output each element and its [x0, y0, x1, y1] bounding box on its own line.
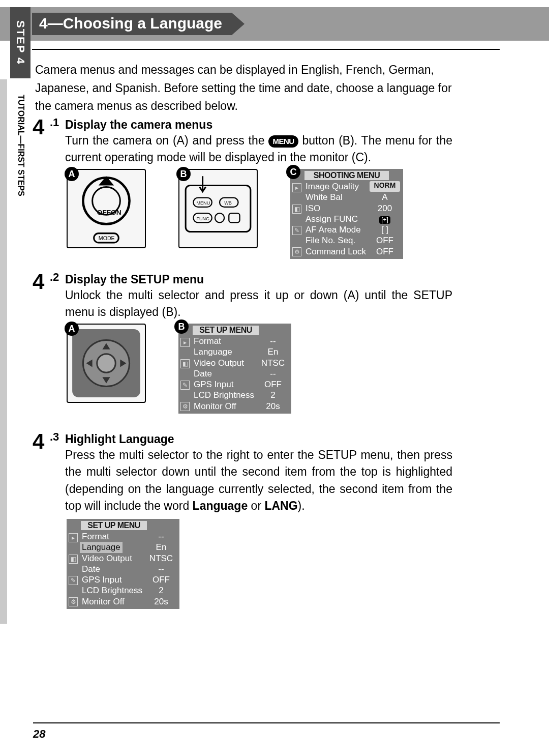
lcd-row-value: OFF	[370, 246, 400, 257]
svg-text:MENU: MENU	[196, 200, 210, 206]
step43-bold-2: LANG	[264, 499, 297, 512]
lcd-setup-title: SET UP MENU	[193, 326, 259, 335]
figure-letter-c: C	[286, 165, 300, 179]
step-subnumber-42: .2	[50, 271, 59, 284]
svg-rect-6	[186, 185, 251, 231]
svg-point-13	[215, 213, 224, 222]
lcd-row-label: Command Lock	[293, 246, 366, 257]
multi-selector-icon	[68, 325, 145, 402]
step43-text-b: or	[248, 499, 264, 512]
lcd-row-value: [ ]	[370, 224, 400, 235]
step41-text-a: Turn the camera on (A) and press the	[65, 134, 268, 147]
lcd-row-label: File No. Seq.	[293, 235, 355, 246]
side-label: TUTORIAL—FIRST STEPS	[16, 95, 25, 196]
figure-42-a: A	[67, 324, 146, 403]
step-number-43: 4	[33, 429, 44, 454]
step-body-43: Press the multi selector to the right to…	[65, 447, 452, 514]
lcd-row-value: En	[146, 542, 176, 553]
lcd-row-value: NTSC	[146, 553, 176, 564]
lcd-side-icons: ▸◧✎⚙	[292, 183, 302, 269]
lcd-row-label: Video Output	[181, 358, 244, 368]
footer-rule	[33, 722, 500, 723]
lcd-shooting-title: SHOOTING MENU	[304, 171, 389, 180]
svg-text:FUNC: FUNC	[196, 216, 209, 221]
figure-letter-b2: B	[174, 319, 189, 334]
svg-text:OFF: OFF	[97, 209, 111, 216]
menu-button-icon: MENU	[268, 135, 298, 148]
camera-back-buttons-icon: MENU WB FUNC	[179, 170, 257, 247]
lcd-side-icons: ▸◧✎⚙	[69, 533, 79, 619]
lcd-row-value: A	[370, 192, 400, 202]
lcd-row-value: OFF	[258, 379, 288, 390]
svg-rect-14	[229, 213, 239, 222]
lcd-row-value: OFF	[146, 574, 176, 585]
lcd-side-icons: ▸◧✎⚙	[180, 338, 191, 423]
step-title-42: Display the SETUP menu	[65, 273, 204, 286]
step-number-41: 4	[33, 115, 44, 139]
step-subnumber-41: .1	[50, 116, 59, 129]
step-body-41: Turn the camera on (A) and press the MEN…	[65, 132, 452, 166]
step-subnumber-43: .3	[50, 430, 59, 444]
step-tab: STEP 4	[10, 7, 30, 78]
lcd-row-value: --	[146, 564, 176, 574]
figure-letter-a2: A	[65, 322, 79, 336]
lcd-row-value: --	[258, 368, 288, 379]
ribbon-title: 4—Choosing a Language	[32, 13, 232, 35]
lcd-row-value: 2	[258, 390, 288, 400]
lcd-row-label: LCD Brightness	[70, 585, 142, 596]
svg-point-17	[97, 354, 115, 372]
lcd-row-value: En	[258, 346, 288, 357]
step-title-41: Display the camera menus	[65, 118, 212, 132]
lcd-row-value: 2	[146, 585, 176, 596]
figure-41-a: A OFF ON MODE	[67, 169, 146, 248]
svg-text:WB: WB	[224, 200, 232, 206]
lcd-row-label: Image Quality	[293, 181, 359, 192]
step43-bold-1: Language	[193, 499, 248, 512]
lcd-row-value: 200	[370, 203, 400, 214]
step-number-42: 4	[33, 270, 44, 294]
svg-text:ON: ON	[111, 209, 121, 216]
lcd-row-value: NTSC	[258, 358, 288, 368]
step43-text-c: ).	[298, 499, 305, 512]
lcd-row-label: LCD Brightness	[181, 390, 254, 400]
section-ribbon: 4—Choosing a Language	[32, 13, 245, 35]
figure-42-b: B SET UP MENU ▸◧✎⚙ Format-- LanguageEn V…	[178, 324, 291, 414]
lcd-row-label: Assign FUNC	[293, 214, 358, 224]
lcd-row-value: 20s	[146, 596, 176, 607]
figure-43: SET UP MENU ▸◧✎⚙ Format-- LanguageEn Vid…	[67, 519, 179, 609]
header-rule	[32, 49, 500, 50]
camera-dial-icon: OFF ON MODE	[68, 170, 145, 247]
figure-letter-b: B	[176, 167, 191, 181]
figure-letter-a: A	[65, 167, 79, 181]
figure-41-b: B MENU WB FUNC	[178, 169, 258, 248]
step-body-42: Unlock the multi selector and press it u…	[65, 287, 452, 321]
lcd-row-label: Video Output	[70, 553, 132, 564]
step-title-43: Highlight Language	[65, 432, 174, 446]
lcd-row-value: --	[258, 336, 288, 346]
lcd-row-value: [+]	[379, 216, 390, 224]
lcd-setup-title-2: SET UP MENU	[81, 521, 147, 530]
lcd-row-value: --	[146, 531, 176, 542]
lcd-row-value: OFF	[370, 235, 400, 246]
intro-paragraph: Camera menus and messages can be display…	[35, 61, 452, 115]
svg-text:MODE: MODE	[99, 235, 115, 241]
lcd-row-label-highlighted: Language	[80, 542, 123, 553]
lcd-row-value: 20s	[258, 401, 288, 412]
figure-41-c: C SHOOTING MENU ▸◧✎⚙ Image QualityNORM W…	[290, 169, 403, 259]
ribbon-arrow-icon	[232, 13, 245, 35]
page-number: 28	[33, 728, 45, 741]
lcd-row-label: AF Area Mode	[293, 224, 361, 235]
lcd-row-value: NORM	[370, 181, 400, 192]
left-margin-band	[0, 79, 7, 624]
